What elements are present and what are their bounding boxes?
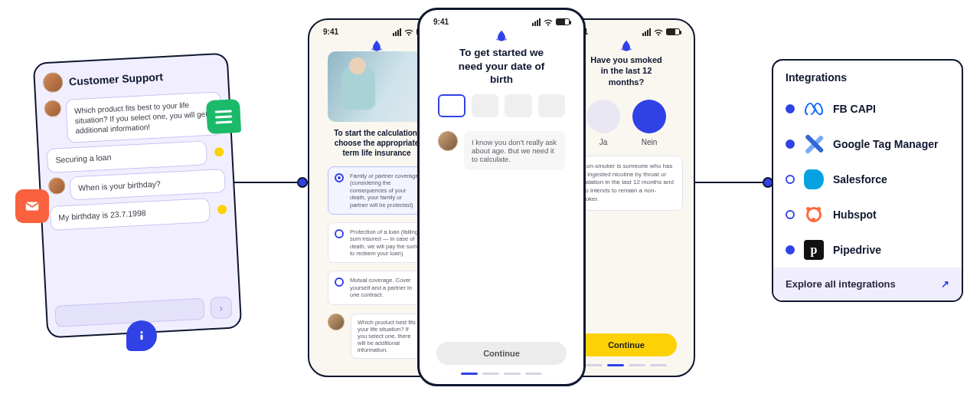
svg-point-3 — [371, 48, 382, 51]
chat-panel: Customer Support Which product fits best… — [33, 53, 242, 339]
chat-channel-icon — [206, 99, 241, 134]
info-note: A non-smoker is someone who has not inge… — [570, 156, 683, 211]
choice-no[interactable]: Nein — [632, 100, 666, 146]
status-time: 9:41 — [433, 18, 449, 26]
arrow-icon: ↗ — [941, 278, 949, 290]
pager — [426, 373, 577, 375]
svg-point-1 — [141, 331, 143, 333]
signal-icon — [393, 28, 401, 36]
bot-message: When is your birthday? — [70, 169, 226, 201]
wifi-icon — [404, 28, 413, 36]
phone-title: To get started we need your date of birt… — [426, 41, 577, 94]
integration-item-fbcapi[interactable]: FB CAPI — [773, 91, 962, 126]
integrations-panel: Integrations FB CAPI Google Tag Manager … — [772, 59, 963, 302]
chat-header: Customer Support — [42, 64, 220, 93]
hero-image — [328, 51, 426, 122]
send-button[interactable]: › — [210, 297, 232, 319]
salesforce-icon — [804, 169, 824, 189]
meta-icon — [804, 99, 824, 119]
explore-integrations-link[interactable]: Explore all integrations ↗ — [773, 268, 962, 300]
assistant-note: Which product best fits your life situat… — [351, 314, 426, 359]
wifi-icon — [544, 18, 553, 26]
brand-drop-icon — [619, 39, 634, 51]
battery-icon — [666, 28, 680, 35]
product-option[interactable]: Family or partner coverage (considering … — [328, 166, 426, 215]
integration-label: Pipedrive — [833, 244, 881, 256]
svg-point-5 — [620, 48, 632, 51]
status-dot-icon — [786, 140, 795, 149]
date-field[interactable] — [438, 94, 466, 117]
integration-label: Google Tag Manager — [833, 138, 938, 150]
bot-message: Which product fits best to your life sit… — [65, 91, 223, 143]
integration-item-pipedrive[interactable]: p Pipedrive — [773, 232, 962, 268]
integration-label: Salesforce — [833, 173, 887, 186]
chat-title: Customer Support — [69, 71, 164, 87]
date-field[interactable] — [505, 94, 532, 117]
integration-item-gtm[interactable]: Google Tag Manager — [773, 126, 962, 162]
hubspot-icon — [804, 205, 824, 225]
avatar — [438, 131, 458, 151]
status-icons — [532, 18, 570, 26]
status-time: 9:41 — [323, 28, 338, 36]
wifi-icon — [654, 28, 663, 36]
integration-item-hubspot[interactable]: Hubspot — [773, 197, 962, 232]
chat-input[interactable] — [54, 298, 204, 327]
user-reply[interactable]: My birthday is 23.7.1998 — [50, 198, 211, 231]
brand-drop-icon — [494, 29, 509, 41]
signal-icon — [532, 18, 541, 26]
radio-icon — [335, 277, 344, 287]
integration-item-salesforce[interactable]: Salesforce — [773, 162, 962, 197]
status-dot-icon — [786, 210, 795, 219]
avatar — [42, 72, 63, 93]
info-bubble-icon — [126, 320, 157, 351]
product-option[interactable]: Mutual coverage. Cover yourself and a pa… — [328, 271, 426, 304]
brand-drop-icon — [369, 39, 384, 51]
gtm-icon — [804, 134, 824, 154]
product-option[interactable]: Protection of a loan (falling sum insure… — [328, 222, 426, 264]
svg-rect-2 — [141, 335, 143, 340]
mail-icon — [15, 189, 49, 223]
status-dot-icon — [786, 175, 795, 184]
status-dot-icon — [214, 147, 224, 157]
avatar — [328, 314, 345, 330]
avatar — [44, 100, 61, 117]
panel-title: Integrations — [773, 61, 962, 91]
status-dot-icon — [786, 104, 795, 113]
user-reply[interactable]: Securing a loan — [47, 140, 207, 173]
choice-yes[interactable]: Ja — [586, 100, 620, 146]
date-field[interactable] — [538, 94, 566, 117]
date-field[interactable] — [472, 94, 499, 117]
integration-label: FB CAPI — [833, 103, 876, 115]
date-input-group — [426, 94, 577, 125]
status-dot-icon — [786, 245, 795, 254]
status-dot-icon — [217, 205, 227, 215]
continue-button[interactable]: Continue — [436, 342, 567, 365]
radio-icon — [335, 229, 344, 238]
signal-icon — [642, 28, 651, 36]
battery-icon — [556, 18, 570, 25]
status-icons — [642, 28, 680, 36]
radio-icon — [335, 173, 344, 182]
svg-point-4 — [495, 38, 507, 41]
continue-button[interactable]: Continue — [576, 333, 677, 356]
assistant-note: I know you don't really ask about age. B… — [464, 131, 565, 170]
phone-title: To start the calculation, choose the app… — [325, 128, 429, 163]
avatar — [48, 177, 66, 195]
integration-label: Hubspot — [833, 208, 877, 221]
pipedrive-icon: p — [804, 240, 824, 260]
phone-screen-dob: 9:41 To get started we need your date of… — [417, 8, 586, 386]
